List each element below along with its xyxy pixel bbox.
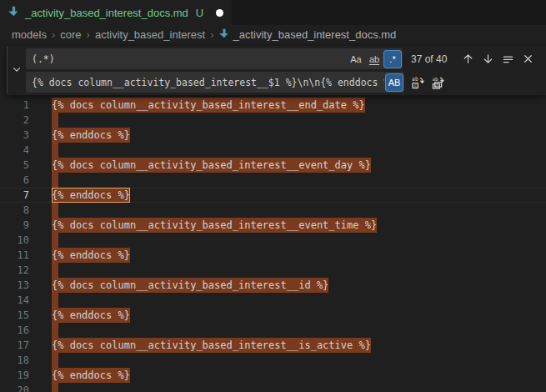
- line-content: [52, 383, 58, 392]
- find-match-highlight: {% docs column__activity_based_interest_…: [52, 218, 377, 233]
- tab-activity-docs[interactable]: _activity_based_interest_docs.md U: [0, 0, 232, 25]
- code-line[interactable]: 19 {% enddocs %}: [0, 368, 546, 383]
- find-match-highlight: {% docs column__activity_based_interest_…: [52, 158, 371, 173]
- line-number: 13: [0, 278, 29, 293]
- code-line[interactable]: 1 {% docs column__activity_based_interes…: [0, 98, 546, 113]
- line-content: [52, 263, 58, 278]
- code-line[interactable]: 12: [0, 263, 546, 278]
- code-line[interactable]: 11 {% enddocs %}: [0, 248, 546, 263]
- code-line[interactable]: 17 {% docs column__activity_based_intere…: [0, 338, 546, 353]
- breadcrumb-item-core[interactable]: core: [60, 28, 81, 41]
- close-find-button[interactable]: [519, 51, 536, 68]
- line-content: [52, 233, 58, 248]
- line-number: 2: [0, 113, 29, 128]
- line-content: {% docs column__activity_based_interest_…: [52, 218, 377, 233]
- svg-text:c: c: [414, 83, 417, 88]
- line-content: {% enddocs %}: [52, 368, 130, 383]
- code-line[interactable]: 5 {% docs column__activity_based_interes…: [0, 158, 546, 173]
- replace-row: {% docs column__activity_based_interest_…: [26, 72, 541, 93]
- editor-pane[interactable]: (.*) Aa ab .* 37 of 40: [0, 43, 546, 392]
- code-line[interactable]: 16: [0, 323, 546, 338]
- line-content: {% enddocs %}: [52, 128, 130, 143]
- empty-match-highlight: [52, 263, 58, 278]
- line-content: {% enddocs %}: [52, 248, 130, 263]
- line-number: 9: [0, 218, 29, 233]
- code-line[interactable]: 18: [0, 353, 546, 368]
- find-in-selection-button[interactable]: [499, 51, 516, 68]
- line-number: 1: [0, 98, 29, 113]
- line-content: [52, 353, 58, 368]
- line-number: 7: [0, 188, 29, 203]
- breadcrumb-file-label: _activity_based_interest_docs.md: [233, 28, 397, 41]
- code-line[interactable]: 9 {% docs column__activity_based_interes…: [0, 218, 546, 233]
- find-match-highlight: {% enddocs %}: [52, 368, 130, 383]
- replace-actions: ab c ab ac: [409, 74, 446, 91]
- find-match-highlight: {% enddocs %}: [52, 308, 130, 323]
- next-match-button[interactable]: [479, 51, 496, 68]
- code-line[interactable]: 3 {% enddocs %}: [0, 128, 546, 143]
- replace-all-button[interactable]: ab ac: [429, 74, 446, 91]
- line-number: 14: [0, 293, 29, 308]
- line-content: [52, 113, 58, 128]
- empty-match-highlight: [52, 353, 58, 368]
- chevron-right-icon: ›: [52, 28, 55, 41]
- replace-all-icon: ab ac: [431, 76, 444, 89]
- code-line[interactable]: 6: [0, 173, 546, 188]
- breadcrumb: models › core › activity_based_interest …: [0, 25, 546, 43]
- breadcrumb-item-file[interactable]: _activity_based_interest_docs.md: [219, 28, 397, 41]
- find-match-highlight: {% docs column__activity_based_interest_…: [52, 98, 365, 113]
- match-count-label: 37 of 40: [411, 53, 447, 65]
- find-match-highlight: {% enddocs %}: [52, 128, 130, 143]
- whole-word-toggle[interactable]: ab: [366, 51, 383, 68]
- code-line[interactable]: 10: [0, 233, 546, 248]
- close-icon: [522, 53, 534, 65]
- code-line[interactable]: 20: [0, 383, 546, 392]
- code-line[interactable]: 14: [0, 293, 546, 308]
- breadcrumb-item-models[interactable]: models: [12, 28, 47, 41]
- line-content: {% enddocs %}: [52, 188, 130, 203]
- svg-text:ab: ab: [433, 76, 439, 82]
- tab-bar: _activity_based_interest_docs.md U: [0, 0, 546, 25]
- tab-title: _activity_based_interest_docs.md: [25, 7, 188, 19]
- line-content: {% docs column__activity_based_interest_…: [52, 338, 371, 353]
- preserve-case-toggle[interactable]: AB: [386, 74, 403, 91]
- match-case-toggle[interactable]: Aa: [348, 51, 364, 68]
- line-content: {% enddocs %}: [52, 308, 130, 323]
- line-number: 17: [0, 338, 29, 353]
- line-content: [52, 203, 58, 218]
- previous-match-button[interactable]: [459, 51, 476, 68]
- line-content: [52, 323, 58, 338]
- line-number: 6: [0, 173, 29, 188]
- find-match-highlight: {% docs column__activity_based_interest_…: [52, 278, 328, 293]
- code-line[interactable]: 4: [0, 143, 546, 158]
- toggle-replace-button[interactable]: [8, 46, 25, 95]
- line-number: 5: [0, 158, 29, 173]
- code-line[interactable]: 7 {% enddocs %}: [0, 188, 546, 203]
- code-line[interactable]: 8: [0, 203, 546, 218]
- find-input[interactable]: (.*) Aa ab .*: [26, 48, 403, 69]
- arrow-down-icon: [482, 53, 494, 65]
- code-line[interactable]: 13 {% docs column__activity_based_intere…: [0, 278, 546, 293]
- line-number: 4: [0, 143, 29, 158]
- regex-toggle[interactable]: .*: [384, 51, 401, 68]
- breadcrumb-item-activity-based-interest[interactable]: activity_based_interest: [95, 28, 205, 41]
- code-lines: 1 {% docs column__activity_based_interes…: [0, 98, 546, 392]
- arrow-up-icon: [462, 53, 474, 65]
- line-number: 11: [0, 248, 29, 263]
- replace-input[interactable]: {% docs column__activity_based_interest_…: [26, 72, 404, 93]
- find-match-highlight: {% enddocs %}: [52, 248, 130, 263]
- empty-match-highlight: [52, 113, 58, 128]
- selection-lines-icon: [502, 53, 514, 65]
- empty-match-highlight: [52, 323, 58, 338]
- line-number: 19: [0, 368, 29, 383]
- line-number: 8: [0, 203, 29, 218]
- code-line[interactable]: 2: [0, 113, 546, 128]
- code-line[interactable]: 15 {% enddocs %}: [0, 308, 546, 323]
- replace-value: {% docs column__activity_based_interest_…: [32, 77, 384, 88]
- markdown-file-icon: [219, 28, 229, 41]
- unsaved-dot-icon[interactable]: [216, 9, 223, 17]
- empty-match-highlight: [52, 233, 58, 248]
- line-number: 18: [0, 353, 29, 368]
- replace-one-button[interactable]: ab c: [409, 74, 426, 91]
- line-content: {% docs column__activity_based_interest_…: [52, 158, 371, 173]
